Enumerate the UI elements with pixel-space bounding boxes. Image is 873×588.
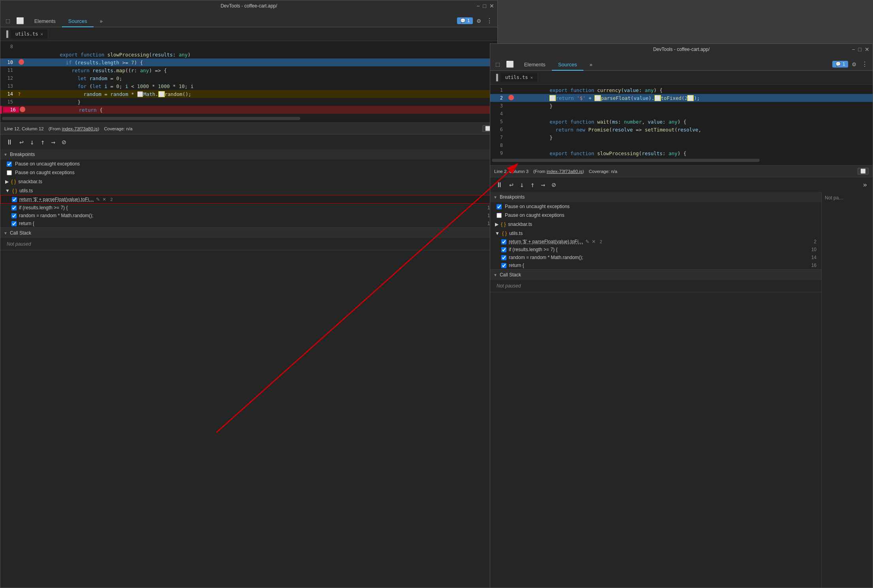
step-btn-2[interactable]: → — [539, 179, 548, 190]
badge-btn-1[interactable]: 💬 1 — [457, 17, 473, 24]
device-icon-1[interactable]: ⬜ — [15, 16, 26, 25]
call-stack-header-2[interactable]: ▼ Call Stack — [490, 270, 821, 280]
expand-panel-btn-2[interactable]: » — [860, 179, 869, 190]
coverage-icon-btn-2[interactable]: ⬜ — [858, 168, 869, 175]
line-code-w2-9: export function slowProcessing(results: … — [514, 145, 873, 162]
bp-item-ret2-1[interactable]: return { 16 — [0, 220, 497, 227]
tab-sources-2[interactable]: Sources — [552, 59, 583, 71]
file-tab-utils-2[interactable]: utils.ts ✕ — [500, 73, 538, 82]
sidebar-panel-1: ▼ Breakpoints Pause on uncaught exceptio… — [0, 149, 497, 588]
bp-edit-return-1[interactable]: ✎ — [96, 197, 100, 202]
pause-caught-cb-1[interactable] — [7, 170, 12, 175]
inspect-icon-1[interactable]: ⬚ — [4, 16, 11, 25]
minimize-btn-2[interactable]: − — [852, 47, 855, 52]
bp-del-return-2[interactable]: ✕ — [592, 239, 596, 244]
bp-file-snackbar-2[interactable]: ▶ { } snackbar.ts — [490, 220, 821, 229]
pause-caught-cb-2[interactable] — [497, 213, 502, 218]
bp-cb-return-1[interactable] — [12, 197, 17, 202]
tab-elements-1[interactable]: Elements — [28, 16, 62, 27]
breakpoints-header-2[interactable]: ▼ Breakpoints — [490, 192, 821, 202]
line-num-w2-6: 6 — [492, 127, 508, 132]
bp-cb-random-1[interactable] — [11, 213, 17, 218]
bp-del-return-1[interactable]: ✕ — [102, 197, 106, 202]
pause-caught-label-2: Pause on caught exceptions — [505, 212, 564, 218]
window-title-2: DevTools - coffee-cart.app/ — [653, 47, 709, 52]
snackbar-label-1: snackbar.ts — [18, 179, 42, 184]
step-out-btn-1[interactable]: ↑ — [38, 136, 47, 148]
breakpoints-header-1[interactable]: ▼ Breakpoints — [0, 149, 497, 160]
bp-code-ret2-2: return { — [509, 263, 524, 268]
bp-cb-if-1[interactable] — [11, 205, 17, 210]
file-tab-utils-1[interactable]: utils.ts ✕ — [11, 30, 48, 38]
file-tab-close-2[interactable]: ✕ — [530, 75, 533, 80]
step-btn-1[interactable]: → — [49, 136, 58, 148]
bp-item-if-2[interactable]: if (results.length >= 7) { 10 — [490, 246, 821, 254]
bp-item-random-2[interactable]: random = random * Math.random(); 14 — [490, 254, 821, 261]
bp-cb-ret2-2[interactable] — [501, 263, 506, 268]
titlebar-2: DevTools - coffee-cart.app/ − □ ✕ — [490, 44, 873, 55]
bp-file-snackbar-1[interactable]: ▶ { } snackbar.ts — [0, 177, 497, 186]
bp-cb-random-2[interactable] — [501, 255, 506, 260]
bp-count-return-2: 2 — [600, 239, 602, 244]
pause-resume-btn-2[interactable]: ⏸ — [493, 179, 505, 190]
tab-sources-1[interactable]: Sources — [62, 16, 94, 27]
pause-resume-btn-1[interactable]: ⏸ — [4, 136, 15, 148]
bp-cb-return-2[interactable] — [501, 239, 506, 244]
bp-space-w2-2 — [508, 95, 514, 101]
minimize-btn-1[interactable]: − — [476, 3, 480, 9]
debug-btns-group-2: ⏸ ↩ ↓ ↑ → ⊘ — [493, 179, 558, 190]
step-over-btn-1[interactable]: ↩ — [17, 136, 26, 148]
call-stack-header-1[interactable]: ▼ Call Stack — [0, 228, 497, 238]
pause-uncaught-cb-2[interactable] — [497, 204, 502, 209]
bp-cb-ret2-1[interactable] — [11, 221, 17, 226]
bp-item-ret2-2[interactable]: return { 16 — [490, 261, 821, 269]
bp-edit-return-2[interactable]: ✎ — [585, 239, 589, 244]
step-into-btn-2[interactable]: ↓ — [517, 179, 527, 190]
bp-cb-if-2[interactable] — [501, 247, 506, 252]
more-icon-1[interactable]: ⋮ — [485, 16, 494, 25]
deactivate-btn-2[interactable]: ⊘ — [549, 179, 558, 190]
sidebar-toggle-2[interactable]: ▐ — [492, 72, 500, 83]
bp-item-if-1[interactable]: if (results.length >= 7) { 10 — [0, 204, 497, 212]
tab-bar-2: ⬚ ⬜ Elements Sources » 💬 1 ⚙ ⋮ — [490, 55, 873, 71]
window-controls-1: − □ ✕ — [476, 3, 494, 9]
editor-area-2: 1 export function currency(value: any) {… — [490, 85, 873, 588]
step-out-btn-2[interactable]: ↑ — [528, 179, 537, 190]
close-btn-1[interactable]: ✕ — [489, 3, 494, 9]
bp-space-16 — [19, 107, 25, 113]
tab-elements-2[interactable]: Elements — [518, 59, 552, 71]
settings-icon-2[interactable]: ⚙ — [850, 60, 858, 69]
file-tab-close-1[interactable]: ✕ — [40, 32, 43, 37]
code-content-2[interactable]: 1 export function currency(value: any) {… — [490, 85, 873, 165]
breakpoints-label-1: Breakpoints — [10, 152, 35, 157]
restore-btn-1[interactable]: □ — [483, 3, 486, 9]
step-over-btn-2[interactable]: ↩ — [507, 179, 516, 190]
badge-count-1: 1 — [467, 18, 470, 23]
bp-item-random-1[interactable]: random = random * Math.random(); 14 — [0, 212, 497, 220]
step-into-btn-1[interactable]: ↓ — [28, 136, 37, 148]
pause-caught-row-2: Pause on caught exceptions — [490, 211, 821, 220]
bp-code-return-1: return '$' + parseFloat(value).toFi… — [19, 197, 94, 202]
restore-btn-2[interactable]: □ — [858, 47, 862, 52]
pause-uncaught-cb-1[interactable] — [7, 162, 12, 167]
inspect-icon-2[interactable]: ⬚ — [494, 60, 501, 69]
bp-item-return-2[interactable]: return '$' + parseFloat(value).toFi… ✎ ✕… — [490, 238, 821, 246]
sidebar-toggle-1[interactable]: ▐ — [2, 29, 11, 39]
bp-file-utils-1[interactable]: ▼ { } utils.ts — [0, 186, 497, 195]
bp-file-utils-2[interactable]: ▼ { } utils.ts — [490, 229, 821, 238]
device-icon-2[interactable]: ⬜ — [504, 60, 516, 69]
settings-icon-1[interactable]: ⚙ — [475, 16, 482, 25]
code-content-1[interactable]: 8 export function slowProcessing(results… — [0, 41, 497, 122]
tab-more-1[interactable]: » — [94, 16, 109, 27]
bp-item-return-1[interactable]: return '$' + parseFloat(value).toFi… ✎ ✕… — [0, 195, 497, 204]
bp-linenum-if-2: 10 — [811, 247, 817, 252]
more-icon-2[interactable]: ⋮ — [860, 60, 869, 69]
close-btn-2[interactable]: ✕ — [865, 47, 869, 52]
snackbar-chevron-2: ▶ — [495, 222, 499, 227]
source-link-2[interactable]: index-73f73a80.js — [547, 169, 583, 174]
deactivate-btn-1[interactable]: ⊘ — [59, 136, 68, 148]
source-link-1[interactable]: index-73f73a80.js — [62, 126, 98, 131]
badge-btn-2[interactable]: 💬 1 — [832, 61, 849, 68]
tab-more-2[interactable]: » — [583, 59, 599, 71]
coverage-text-2: Coverage: n/a — [589, 169, 617, 174]
